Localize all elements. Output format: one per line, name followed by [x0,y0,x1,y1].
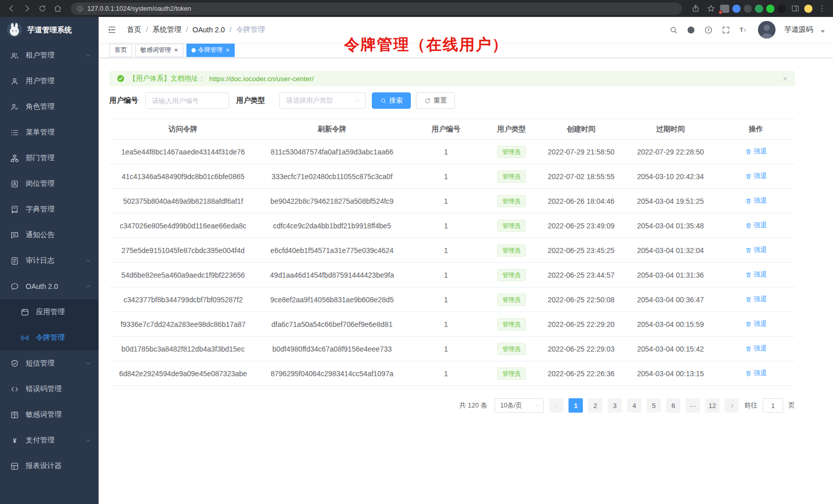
sidebar-item-token[interactable]: 令牌管理 [0,325,99,351]
svg-text:?: ? [707,28,710,32]
app-logo[interactable]: 芋道管理系统 [0,17,99,43]
force-logout-button[interactable]: 强退 [745,196,767,205]
sidebar-item-dept[interactable]: 部门管理 [0,145,99,171]
force-logout-button[interactable]: 强退 [745,221,767,230]
back-icon[interactable] [5,3,17,15]
close-icon[interactable]: × [174,47,178,53]
user-type-cell: 管理员 [485,263,538,287]
goto-page-input[interactable] [763,398,783,413]
share-icon[interactable] [689,3,702,15]
user-id-cell: 1 [407,361,485,386]
breadcrumb-item[interactable]: 系统管理 [153,25,181,34]
close-icon[interactable]: × [783,74,788,83]
page-button[interactable]: 4 [627,398,641,413]
fullscreen-icon[interactable] [721,25,731,35]
user-type-cell: 管理员 [485,140,538,164]
force-logout-button[interactable]: 强退 [745,369,767,378]
extension-puzzle-icon[interactable] [766,5,774,13]
column-header: 用户编号 [407,119,485,140]
created-time-cell: 2022-07-02 18:55:55 [538,164,624,189]
search-icon[interactable] [669,25,678,35]
reload-icon[interactable] [36,3,48,15]
goto-label: 前往 [744,401,758,410]
refresh-token-cell: 8796295f04064c2983414cc54af1097a [257,361,407,386]
bookmark-star-icon[interactable] [705,3,717,15]
sidebar-item-tenant[interactable]: 租户管理 [0,43,99,68]
prev-page-button[interactable] [549,398,563,413]
page-ellipsis[interactable]: ··· [686,398,700,413]
tab-item[interactable]: 令牌管理× [186,44,235,57]
extension-icon[interactable] [744,5,752,13]
page-button[interactable]: 12 [705,398,720,413]
tab-item[interactable]: 敏感词管理× [135,44,183,57]
user-type-label: 用户类型 [236,96,265,105]
page-button[interactable]: 5 [647,398,661,413]
page-button[interactable]: 1 [569,398,583,413]
sidebar-item-post[interactable]: 岗位管理 [0,171,99,197]
extension-icon[interactable] [755,5,763,13]
home-icon[interactable] [51,3,64,15]
force-logout-button[interactable]: 强退 [745,270,767,279]
github-icon[interactable] [686,25,696,35]
sidebar-item-pay[interactable]: ¥支付管理 [0,428,99,453]
search-button[interactable]: 搜索 [372,92,411,109]
address-bar[interactable]: 127.0.0.1:1024/system/oauth2/token [71,3,682,15]
help-icon[interactable]: ? [704,25,713,35]
doc-link[interactable]: https://doc.iocoder.cn/user-center/ [210,75,314,83]
tab-item[interactable]: 首页 [109,44,132,57]
sidebar-item-app[interactable]: 应用管理 [0,299,99,325]
side-panel-icon[interactable] [789,3,801,15]
site-info-icon[interactable] [76,5,84,13]
sidebar-item-dict[interactable]: 字典管理 [0,197,99,222]
sidebar-item-report[interactable]: 报表设计器 [0,453,99,479]
force-logout-button[interactable]: 强退 [745,295,767,304]
sidebar-item-errcode[interactable]: 错误码管理 [0,376,99,402]
force-logout-button[interactable]: 强退 [745,344,767,353]
extension-paw-icon[interactable] [778,5,786,13]
browser-profile-avatar[interactable] [804,5,812,13]
browser-menu-icon[interactable] [816,3,828,15]
sidebar-item-role[interactable]: 角色管理 [0,94,99,120]
errcode-icon [10,385,19,394]
force-logout-button[interactable]: 强退 [745,245,767,255]
table-row: f9336e7c7dd242a283ee98dc86b17a87dfa6c71a… [109,312,795,337]
next-page-button[interactable] [725,398,739,413]
user-type-select[interactable]: 请选择用户类型 [279,92,366,109]
breadcrumb-item[interactable]: 首页 [127,25,141,34]
sidebar-item-sensitive[interactable]: 敏感词管理 [0,402,99,428]
page-list: 123456···12 [569,398,720,413]
sidebar-item-menu[interactable]: 菜单管理 [0,120,99,145]
force-logout-button[interactable]: 强退 [745,171,767,181]
user-id-input[interactable] [145,92,229,109]
sidebar-fold-icon[interactable] [107,24,118,35]
breadcrumb-item[interactable]: OAuth 2.0 [193,26,225,34]
force-logout-button[interactable]: 强退 [745,319,767,328]
downloads-icon[interactable] [720,5,729,13]
sidebar-item-sms[interactable]: 短信管理 [0,351,99,376]
forward-icon[interactable] [21,3,33,15]
page-button[interactable]: 2 [588,398,602,413]
sidebar-item-oauth[interactable]: OAuth 2.0 [0,274,99,299]
refresh-token-cell: dfa6c71a50a54c66bef706ef9e6e8d81 [257,312,407,337]
reset-button[interactable]: 重置 [416,92,455,109]
page-button[interactable]: 6 [666,398,680,413]
table-row: 54d6be82ee5a460a9aedc1f9bf22365649d1aa46… [109,263,795,287]
font-size-icon[interactable]: TT [739,25,748,35]
extension-icon[interactable] [732,5,741,13]
sidebar-item-notice[interactable]: 通知公告 [0,222,99,248]
page-size-select[interactable]: 10条/页 [495,398,544,413]
logo-rabbit-icon [7,22,22,37]
user-name[interactable]: 芋道源码 [784,25,813,34]
close-icon[interactable]: × [226,47,230,53]
screen: 127.0.0.1:1024/system/oauth2/token [0,0,833,504]
breadcrumb-item: 令牌管理 [236,25,265,34]
force-logout-button[interactable]: 强退 [745,147,767,156]
sidebar-item-log[interactable]: 审计日志 [0,248,99,274]
table-row: b0d1785bc3a8482f812db4a3f3bd15ecb0df4980… [109,337,795,361]
column-header: 用户类型 [485,119,538,140]
page-button[interactable]: 3 [608,398,622,413]
menu-icon [10,128,19,137]
sidebar-item-user[interactable]: 用户管理 [0,68,99,94]
user-avatar[interactable] [758,21,775,38]
created-time-cell: 2022-06-26 18:04:46 [538,189,624,214]
